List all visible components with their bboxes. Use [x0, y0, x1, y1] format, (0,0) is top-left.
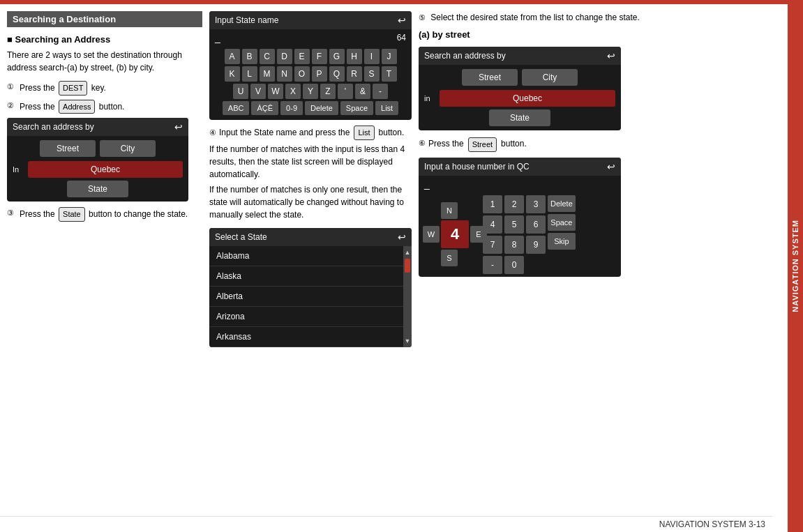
scrollbar[interactable]: ▲ ▼: [403, 246, 412, 347]
key-8[interactable]: 8: [504, 236, 524, 254]
key-Z[interactable]: Z: [320, 84, 336, 99]
list-item[interactable]: Arizona: [209, 307, 403, 327]
key-R[interactable]: R: [347, 66, 362, 82]
key-2[interactable]: 2: [504, 195, 524, 213]
back-arrow-kbd[interactable]: ↩: [398, 15, 406, 26]
list-item[interactable]: Alberta: [209, 287, 403, 307]
key-accent[interactable]: ÀÇÊ: [251, 101, 278, 115]
street-button-2[interactable]: Street: [462, 69, 518, 86]
key-list[interactable]: List: [375, 101, 398, 115]
numpad-area: 1 2 3 4 5 6 7 8 9 - 0: [483, 195, 576, 274]
step5-text: ⑤ Select the desired state from the list…: [419, 11, 781, 24]
key-B[interactable]: B: [242, 49, 257, 64]
scroll-handle[interactable]: [405, 257, 410, 336]
back-arrow-2[interactable]: ↩: [607, 50, 615, 61]
sidebar-label: NAVIGATION SYSTEM: [791, 220, 800, 312]
kbd-count: 64: [397, 33, 406, 43]
state-button-2[interactable]: State: [489, 109, 550, 126]
key-H[interactable]: H: [347, 49, 362, 64]
key-F[interactable]: F: [312, 49, 327, 64]
key-space[interactable]: Space: [340, 101, 373, 115]
key-N[interactable]: N: [277, 66, 292, 82]
key-delete[interactable]: Delete: [305, 101, 338, 115]
key-minus[interactable]: -: [483, 256, 502, 274]
back-arrow-1[interactable]: ↩: [174, 121, 183, 132]
street-button-inline[interactable]: Street: [468, 137, 497, 152]
scroll-down-icon[interactable]: ▼: [403, 336, 412, 346]
key-E[interactable]: E: [294, 49, 310, 64]
addr-top-buttons-2: Street City: [424, 69, 615, 86]
key-1[interactable]: 1: [483, 195, 502, 213]
address-button-inline[interactable]: Address: [59, 100, 95, 114]
skip-action[interactable]: Skip: [548, 233, 576, 250]
key-0[interactable]: 0: [504, 256, 524, 274]
section-title: Searching a Destination: [7, 11, 202, 27]
kbd-input-row: _ 64: [209, 29, 412, 46]
city-button-1[interactable]: City: [100, 140, 156, 157]
key-M[interactable]: M: [260, 66, 275, 82]
list-item[interactable]: Alabama: [209, 246, 403, 266]
scroll-up-icon[interactable]: ▲: [403, 248, 412, 257]
list-item[interactable]: Arkansas: [209, 327, 403, 347]
key-amp[interactable]: &: [355, 84, 370, 99]
key-3[interactable]: 3: [526, 195, 546, 213]
select-header: Select a State ↩: [209, 228, 412, 246]
step4-text: ④ Input the State name and press the Lis…: [209, 126, 412, 221]
key-7[interactable]: 7: [483, 236, 502, 254]
back-arrow-select[interactable]: ↩: [398, 231, 406, 243]
key-5[interactable]: 5: [504, 215, 524, 234]
key-I[interactable]: I: [364, 49, 380, 64]
key-T[interactable]: T: [382, 66, 397, 82]
kbd-bottom-row: ABC ÀÇÊ 0-9 Delete Space List: [213, 101, 407, 115]
key-apos[interactable]: ': [338, 84, 353, 99]
compass-N[interactable]: N: [441, 202, 458, 219]
back-arrow-house[interactable]: ↩: [607, 161, 615, 172]
key-L[interactable]: L: [242, 66, 257, 82]
key-U[interactable]: U: [233, 84, 248, 99]
subsection-title: Searching an Address: [7, 34, 202, 45]
key-S[interactable]: S: [364, 66, 380, 82]
city-button-2[interactable]: City: [522, 69, 578, 86]
list-button-inline[interactable]: List: [354, 126, 374, 140]
in-label-2: in: [424, 94, 437, 102]
list-item[interactable]: Alaska: [209, 266, 403, 287]
step1-label: Press the DEST key.: [20, 81, 106, 96]
middle-column: Input State name ↩ _ 64 A B C D E F G: [209, 11, 412, 525]
key-J[interactable]: J: [382, 49, 397, 64]
key-O[interactable]: O: [294, 66, 310, 82]
street-button-1[interactable]: Street: [40, 140, 96, 157]
house-number-widget: Input a house number in QC ↩ _ N W 4 E: [419, 158, 621, 277]
house-input-row: _: [419, 176, 621, 192]
state-button-inline[interactable]: State: [59, 207, 85, 222]
key-09[interactable]: 0-9: [280, 101, 303, 115]
key-dash[interactable]: -: [373, 84, 388, 99]
key-A[interactable]: A: [225, 49, 240, 64]
state-button-1[interactable]: State: [67, 181, 128, 197]
step6-text: ⑥ Press the Street button.: [419, 137, 781, 152]
quebec-button-1[interactable]: Quebec: [28, 161, 183, 178]
compass-S[interactable]: S: [441, 250, 458, 266]
key-K[interactable]: K: [225, 66, 240, 82]
key-Y[interactable]: Y: [303, 84, 318, 99]
key-4[interactable]: 4: [483, 215, 502, 234]
addr-row-2: in Quebec: [424, 90, 615, 107]
by-street-title: (a) by street: [419, 29, 781, 40]
key-abc[interactable]: ABC: [223, 101, 250, 115]
scroll-thumb[interactable]: [405, 259, 410, 273]
key-6[interactable]: 6: [526, 215, 546, 234]
space-action[interactable]: Space: [548, 214, 576, 231]
key-G[interactable]: G: [329, 49, 345, 64]
addr-row-1: In Quebec: [13, 161, 183, 178]
key-V[interactable]: V: [250, 84, 266, 99]
key-9[interactable]: 9: [526, 236, 546, 254]
dest-button-inline[interactable]: DEST: [59, 81, 87, 96]
key-Q[interactable]: Q: [329, 66, 345, 82]
key-D[interactable]: D: [277, 49, 292, 64]
compass-W[interactable]: W: [423, 226, 440, 243]
key-W[interactable]: W: [268, 84, 283, 99]
key-P[interactable]: P: [312, 66, 327, 82]
key-X[interactable]: X: [285, 84, 301, 99]
quebec-button-2[interactable]: Quebec: [440, 90, 615, 107]
delete-action[interactable]: Delete: [548, 195, 576, 212]
key-C[interactable]: C: [260, 49, 275, 64]
